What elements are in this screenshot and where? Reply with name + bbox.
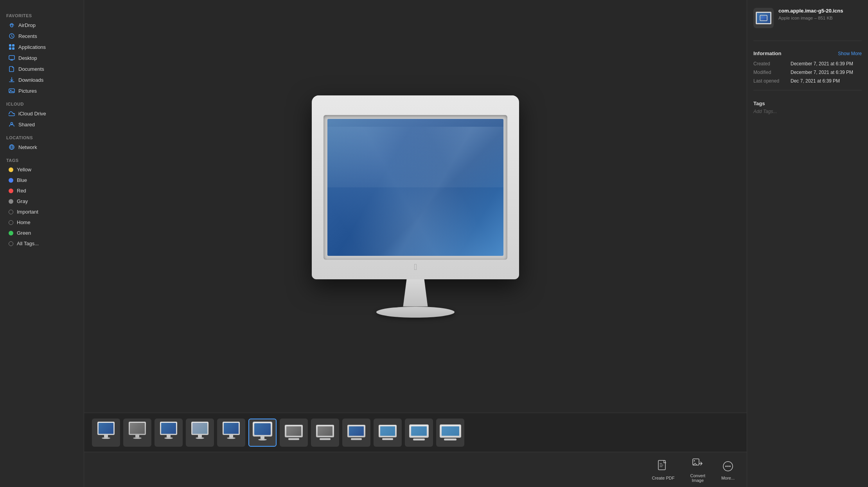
created-label: Created: [753, 61, 791, 66]
thumbnail-9[interactable]: [342, 419, 370, 447]
sidebar-item-pictures[interactable]: Pictures: [2, 86, 81, 96]
thumbnail-3[interactable]: [155, 419, 183, 447]
thumb-screen-8: [318, 426, 332, 436]
shared-icon: [9, 121, 15, 128]
thumb-screen-6: [254, 423, 271, 435]
downloads-icon: [9, 77, 15, 83]
thumb-stand-11: [413, 438, 425, 440]
thumbnail-1[interactable]: [92, 419, 120, 447]
sidebar-item-shared[interactable]: Shared: [2, 119, 81, 129]
thumb-screen-5: [224, 423, 239, 434]
desktop-icon: [9, 55, 15, 61]
create-pdf-action[interactable]: Create PDF: [652, 459, 674, 480]
tags-section: Tags Add Tags...: [753, 101, 862, 114]
bottom-toolbar: Create PDF Convert Image: [84, 452, 747, 487]
thumbnail-4[interactable]: [186, 419, 214, 447]
thumb-monitor-4: [191, 422, 208, 435]
sidebar-item-network-label: Network: [18, 144, 37, 150]
sidebar-item-home[interactable]: Home: [2, 217, 81, 227]
more-action[interactable]: More...: [721, 459, 735, 480]
file-name: com.apple.imac-g5-20.icns: [778, 8, 862, 14]
thumbnail-6[interactable]: [248, 419, 277, 447]
thumbnail-12[interactable]: [436, 419, 464, 447]
show-more-button[interactable]: Show More: [838, 51, 862, 56]
thumb-monitor-6: [253, 422, 272, 437]
convert-image-action[interactable]: Convert Image: [690, 457, 705, 483]
sidebar-item-green[interactable]: Green: [2, 228, 81, 238]
svg-rect-3: [12, 44, 14, 47]
clock-icon: [9, 33, 15, 39]
thumb-stand-9: [351, 438, 362, 440]
information-title: Information: [753, 50, 782, 56]
sidebar-item-applications[interactable]: Applications: [2, 42, 81, 52]
thumbnail-5[interactable]: [217, 419, 245, 447]
sidebar-item-blue-label: Blue: [17, 177, 27, 183]
thumb-screen-7: [286, 426, 301, 436]
sidebar-item-pictures-label: Pictures: [18, 88, 37, 94]
more-label: More...: [721, 476, 735, 480]
favorites-section-label: Favorites: [0, 8, 84, 20]
thumbnail-8[interactable]: [311, 419, 339, 447]
thumb-monitor-12: [440, 424, 461, 438]
more-icon: [721, 459, 735, 473]
sidebar-item-important[interactable]: Important: [2, 207, 81, 217]
red-tag-dot: [9, 189, 13, 193]
sidebar-item-gray[interactable]: Gray: [2, 196, 81, 206]
network-icon: [9, 144, 15, 150]
svg-rect-6: [9, 56, 14, 59]
thumb-imac-4: [189, 422, 211, 444]
thumb-imac-6: [252, 422, 273, 444]
thumb-flat-12: [439, 424, 462, 441]
sidebar-item-airdrop[interactable]: AirDrop: [2, 20, 81, 30]
sidebar-item-yellow-label: Yellow: [17, 167, 31, 173]
convert-image-label: Convert Image: [690, 473, 705, 483]
thumbnail-7[interactable]: [280, 419, 308, 447]
sidebar-item-blue[interactable]: Blue: [2, 175, 81, 185]
svg-point-16: [727, 465, 729, 467]
sidebar-item-desktop[interactable]: Desktop: [2, 53, 81, 63]
thumb-base-1: [102, 437, 110, 439]
sidebar-item-icloud-drive[interactable]: iCloud Drive: [2, 108, 81, 119]
applications-icon: [9, 44, 15, 50]
created-row: Created December 7, 2021 at 6:39 PM: [753, 59, 862, 68]
imac-screen-bezel: [323, 115, 507, 260]
thumb-flat-8: [315, 425, 335, 440]
sidebar-item-downloads[interactable]: Downloads: [2, 75, 81, 85]
sidebar-item-red[interactable]: Red: [2, 186, 81, 196]
svg-point-9: [11, 122, 13, 124]
thumb-screen-4: [192, 423, 207, 434]
thumb-imac-3: [158, 422, 180, 444]
thumbnail-11[interactable]: [405, 419, 433, 447]
file-icon-inner: [756, 12, 771, 24]
thumb-stand-10: [382, 438, 393, 440]
svg-rect-2: [9, 44, 11, 47]
thumb-neck-5: [229, 435, 233, 437]
svg-rect-5: [12, 47, 14, 50]
locations-section-label: Locations: [0, 130, 84, 142]
thumb-imac-2: [126, 422, 148, 444]
tags-title: Tags: [753, 101, 862, 106]
icloud-section-label: iCloud: [0, 96, 84, 108]
modified-row: Modified December 7, 2021 at 6:39 PM: [753, 68, 862, 77]
sidebar-item-desktop-label: Desktop: [18, 55, 37, 61]
sidebar-item-red-label: Red: [17, 188, 26, 194]
thumbnail-10[interactable]: [374, 419, 402, 447]
thumb-screen-1: [99, 423, 113, 434]
add-tags-placeholder[interactable]: Add Tags...: [753, 109, 862, 114]
right-panel: com.apple.imac-g5-20.icns Apple icon ima…: [747, 0, 868, 487]
divider-2: [753, 90, 862, 90]
svg-point-15: [725, 465, 727, 467]
important-tag-dot: [9, 210, 13, 214]
thumb-neck-6: [261, 437, 264, 439]
thumb-neck-1: [104, 435, 108, 437]
last-opened-value: Dec 7, 2021 at 6:39 PM: [791, 78, 862, 84]
thumb-imac-5: [220, 422, 242, 444]
pictures-icon: [9, 88, 15, 94]
sidebar-item-all-tags[interactable]: All Tags...: [2, 239, 81, 248]
sidebar-item-network[interactable]: Network: [2, 142, 81, 152]
thumbnail-2[interactable]: [123, 419, 151, 447]
sidebar-item-airdrop-label: AirDrop: [18, 22, 36, 28]
sidebar-item-recents[interactable]: Recents: [2, 31, 81, 41]
sidebar-item-documents[interactable]: Documents: [2, 64, 81, 74]
sidebar-item-yellow[interactable]: Yellow: [2, 165, 81, 174]
